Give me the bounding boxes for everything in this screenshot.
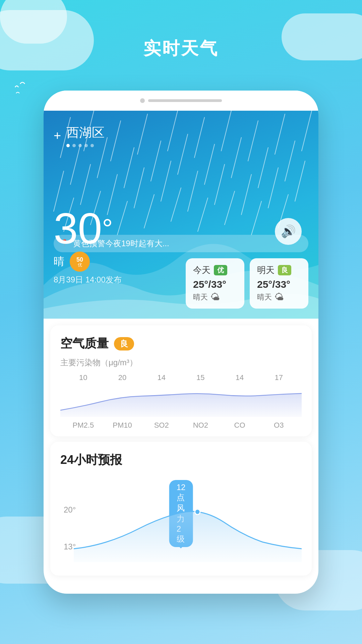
aqi-value: 50 [76, 257, 83, 263]
svg-line-34 [198, 198, 208, 231]
forecast-24h-title: 24小时预报 [60, 452, 302, 468]
svg-line-25 [215, 164, 225, 205]
temperature-display: 30 ° 晴 50 优 8月39日 14:00发布 [54, 207, 122, 285]
svg-line-9 [302, 111, 312, 151]
svg-line-4 [168, 111, 178, 151]
add-location-button[interactable]: + [54, 128, 61, 143]
forecast-tomorrow-desc: 晴天 🌤 [257, 291, 301, 303]
birds-decoration [13, 77, 44, 99]
location-name: 西湖区 [66, 124, 105, 141]
pollutant-so2-value: 14 [142, 373, 181, 382]
svg-line-2 [111, 121, 121, 161]
pollutant-pm25-value: 10 [64, 373, 103, 382]
forecast-today-quality: 优 [214, 265, 227, 275]
pollutant-pm10-value: 20 [103, 373, 142, 382]
weather-description: 晴 [54, 254, 64, 269]
forecast-tomorrow-card: 明天 良 25°/33° 晴天 🌤 [250, 258, 308, 309]
weather-description-row: 晴 50 优 [54, 252, 122, 272]
svg-line-7 [248, 121, 258, 161]
svg-line-23 [161, 161, 171, 201]
weather-card: + 西湖区 🔊 📍 黄色预警今夜19时起有大... [44, 111, 318, 319]
forecast-tomorrow-temp: 25°/33° [257, 279, 301, 290]
forecast-24h-chart-container: 12点 风力2级 20° 13° [60, 475, 302, 569]
air-quality-level: 良 [114, 337, 134, 351]
svg-line-33 [171, 188, 181, 221]
svg-line-13 [151, 141, 161, 181]
svg-line-32 [144, 195, 154, 228]
forecast-24h-section: 24小时预报 12点 风力2级 20° 13° [50, 442, 312, 576]
phone-notch [44, 91, 318, 111]
pollutant-so2-label: SO2 [142, 421, 181, 430]
pollutant-o3-value: 17 [259, 373, 298, 382]
pollutant-no2-value: 15 [181, 373, 220, 382]
svg-line-17 [258, 148, 268, 188]
forecast-24h-chart [74, 495, 302, 562]
forecast-today-desc-text: 晴天 [193, 292, 208, 302]
svg-line-8 [275, 114, 285, 154]
forecast-cards: 今天 优 25°/33° 晴天 🌤 明天 良 25°/33° 晴天 🌤 [186, 258, 308, 309]
forecast-tomorrow-label-row: 明天 良 [257, 264, 301, 276]
phone-frame: + 西湖区 🔊 📍 黄色预警今夜19时起有大... [44, 91, 318, 594]
forecast-tomorrow-icon: 🌤 [275, 291, 284, 303]
chart-labels-row: PM2.5 PM10 SO2 NO2 CO O3 [60, 421, 302, 430]
forecast-today-label: 今天 [193, 264, 210, 276]
page-title: 实时天气 [0, 37, 362, 60]
forecast-today-card: 今天 优 25°/33° 晴天 🌤 [186, 258, 244, 309]
svg-line-14 [178, 134, 188, 174]
forecast-today-icon: 🌤 [210, 291, 220, 303]
svg-line-35 [225, 191, 235, 225]
pollutant-no2-label: NO2 [181, 421, 220, 430]
air-quality-section: 空气质量 良 主要污染物（μg/m³） 10 20 14 15 14 17 [50, 325, 312, 436]
svg-line-6 [221, 111, 231, 151]
notch-dot [140, 98, 145, 103]
aqi-badge: 50 优 [70, 252, 90, 272]
location-dot-3 [78, 144, 82, 147]
pollutant-pm10-label: PM10 [103, 421, 142, 430]
air-quality-title: 空气质量 [60, 335, 109, 352]
pollutant-pm25-label: PM2.5 [64, 421, 103, 430]
forecast-today-label-row: 今天 优 [193, 264, 237, 276]
svg-line-20 [80, 164, 90, 205]
location-dot-5 [90, 144, 94, 147]
forecast-tomorrow-desc-text: 晴天 [257, 292, 272, 302]
degree-symbol: ° [102, 213, 113, 244]
forecast-tomorrow-quality: 良 [278, 265, 291, 275]
aqi-label: 优 [78, 263, 82, 267]
svg-line-27 [268, 168, 278, 208]
pollutant-co-value: 14 [220, 373, 259, 382]
location-dot-4 [84, 144, 88, 147]
svg-line-24 [188, 171, 198, 211]
svg-line-36 [251, 201, 261, 235]
air-quality-title-row: 空气质量 良 [60, 335, 302, 352]
svg-line-28 [295, 161, 305, 201]
svg-line-10 [70, 144, 80, 184]
location-dot-2 [72, 144, 76, 147]
forecast-today-desc: 晴天 🌤 [193, 291, 237, 303]
publish-time: 8月39日 14:00发布 [54, 274, 122, 285]
air-quality-chart [60, 383, 302, 417]
location-bar: + 西湖区 [54, 124, 105, 147]
location-dot-1 [66, 144, 70, 147]
chart-values-row: 10 20 14 15 14 17 [60, 373, 302, 382]
svg-line-22 [134, 168, 144, 208]
svg-line-3 [137, 114, 147, 154]
forecast-tomorrow-label: 明天 [257, 264, 275, 276]
pollutant-o3-label: O3 [259, 421, 298, 430]
notch-bar [148, 99, 222, 102]
svg-line-15 [204, 144, 215, 184]
svg-line-18 [285, 141, 295, 181]
location-dots [66, 144, 105, 147]
svg-line-16 [231, 138, 241, 178]
forecast-today-temp: 25°/33° [193, 279, 237, 290]
svg-line-12 [124, 148, 134, 188]
temperature-value: 30 [54, 207, 102, 250]
pollutant-label: 主要污染物（μg/m³） [60, 357, 302, 368]
pollutant-co-label: CO [220, 421, 259, 430]
svg-point-38 [195, 509, 200, 515]
svg-line-26 [241, 174, 251, 215]
svg-line-5 [194, 117, 204, 158]
